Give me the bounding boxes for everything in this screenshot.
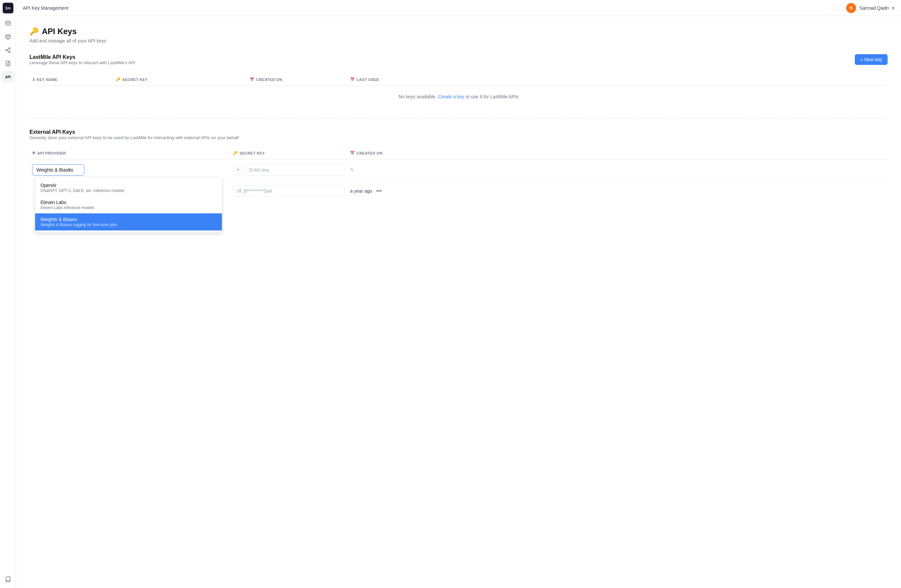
secret-key-cell: ↗ bbox=[230, 163, 348, 177]
lastmile-section-titles: LastMile API Keys Leverage these API key… bbox=[30, 54, 135, 72]
chevron-down-icon[interactable]: ▾ bbox=[892, 5, 894, 11]
col-secret-key: 🔑 SECRET KEY bbox=[113, 76, 247, 83]
empty-state: No keys available. Create a key to use i… bbox=[30, 86, 888, 107]
svg-line-5 bbox=[7, 49, 9, 50]
sidebar-item-api[interactable]: API bbox=[2, 71, 14, 83]
col-api-provider: ⚙ API PROVIDER bbox=[30, 149, 230, 157]
section-divider bbox=[30, 118, 888, 118]
secret-key-input[interactable] bbox=[245, 164, 345, 176]
user-name: Sarmad Qadri bbox=[859, 5, 889, 11]
sidebar: 1m bbox=[0, 0, 16, 588]
sidebar-bottom bbox=[2, 573, 14, 585]
created-time: a year ago bbox=[350, 188, 372, 194]
secret-col-icon: 🔑 bbox=[116, 77, 121, 82]
col-created-on: 📅 CREATED ON bbox=[247, 76, 348, 83]
external-section: External API Keys Securely store your ex… bbox=[30, 129, 888, 201]
dropdown-item-weights[interactable]: Weights & Biases Weights & Biases loggin… bbox=[35, 213, 222, 230]
page-content: 🔑 API Keys Add and manage all of your AP… bbox=[16, 16, 901, 588]
existing-created-cell: a year ago ••• bbox=[348, 187, 888, 195]
created-cell: a year ago ••• bbox=[350, 188, 885, 194]
svg-point-0 bbox=[6, 21, 10, 23]
lastmile-table-header: ⚷ KEY NAME 🔑 SECRET KEY 📅 CREATED ON 📅 L… bbox=[30, 73, 888, 86]
sidebar-item-database[interactable] bbox=[2, 17, 14, 30]
svg-point-2 bbox=[6, 50, 7, 51]
provider-cell: Weights & Biases OpenAI Eleven Labs ⇅ Op… bbox=[30, 163, 230, 177]
lastmile-section-desc: Leverage these API keys to interact with… bbox=[30, 60, 135, 65]
secret2-col-icon: 🔑 bbox=[233, 151, 238, 155]
provider-select[interactable]: Weights & Biases OpenAI Eleven Labs bbox=[32, 164, 84, 176]
dropdown-item-openai[interactable]: OpenAI ChatGPT, GPT-3, Dall-E, etc. infe… bbox=[35, 179, 222, 196]
sidebar-item-share[interactable] bbox=[2, 44, 14, 56]
provider-col-icon: ⚙ bbox=[32, 151, 36, 155]
external-active-row: Weights & Biases OpenAI Eleven Labs ⇅ Op… bbox=[30, 160, 888, 180]
create-key-link[interactable]: Create a key bbox=[438, 94, 464, 100]
topbar-title: API Key Management bbox=[23, 5, 68, 11]
book-icon[interactable] bbox=[2, 573, 14, 585]
col-key-name: ⚷ KEY NAME bbox=[30, 76, 113, 83]
col-last-used: 📅 LAST USED bbox=[348, 76, 888, 83]
provider-dropdown-menu: OpenAI ChatGPT, GPT-3, Dall-E, etc. infe… bbox=[35, 177, 222, 233]
page-header: 🔑 API Keys bbox=[30, 27, 888, 36]
external-section-title: External API Keys bbox=[30, 129, 888, 135]
existing-secret-cell bbox=[230, 184, 348, 198]
col-created-on-ext: 📅 CREATED ON bbox=[348, 149, 888, 157]
actions-cell: ✎ bbox=[348, 166, 888, 174]
new-key-button[interactable]: + New key bbox=[855, 54, 888, 65]
external-link-icon2[interactable]: ↗ bbox=[233, 165, 242, 174]
more-options-icon[interactable]: ••• bbox=[376, 188, 382, 194]
sidebar-item-cube[interactable] bbox=[2, 31, 14, 43]
created2-col-icon: 📅 bbox=[350, 151, 355, 155]
lastmile-section-title: LastMile API Keys bbox=[30, 54, 135, 60]
main-content: API Key Management S Sarmad Qadri ▾ 🔑 AP… bbox=[16, 0, 901, 588]
lastused-col-icon: 📅 bbox=[350, 77, 355, 82]
external-table-header: ⚙ API PROVIDER 🔑 SECRET KEY 📅 CREATED ON bbox=[30, 147, 888, 160]
app-logo[interactable]: 1m bbox=[3, 3, 13, 13]
topbar-divider bbox=[842, 5, 843, 11]
topbar-right: S Sarmad Qadri ▾ bbox=[842, 3, 894, 13]
existing-secret-input[interactable] bbox=[233, 185, 345, 197]
svg-point-3 bbox=[9, 51, 10, 53]
external-section-desc: Securely store your external API keys to… bbox=[30, 135, 888, 140]
edit-icon[interactable]: ✎ bbox=[350, 167, 354, 173]
dropdown-item-elevenlabs[interactable]: Eleven Labs Eleven Labs inference models bbox=[35, 196, 222, 213]
sidebar-item-file[interactable] bbox=[2, 58, 14, 70]
provider-select-wrapper: Weights & Biases OpenAI Eleven Labs ⇅ Op… bbox=[32, 164, 84, 176]
lastmile-section: LastMile API Keys Leverage these API key… bbox=[30, 54, 888, 107]
key-col-icon: ⚷ bbox=[32, 77, 35, 82]
topbar: API Key Management S Sarmad Qadri ▾ bbox=[16, 0, 901, 16]
lastmile-section-header: LastMile API Keys Leverage these API key… bbox=[30, 54, 888, 72]
svg-point-1 bbox=[9, 48, 10, 50]
key-icon: 🔑 bbox=[30, 27, 39, 36]
page-title: API Keys bbox=[42, 27, 76, 36]
page-subtitle: Add and manage all of your API keys bbox=[30, 38, 888, 44]
svg-line-4 bbox=[7, 50, 9, 51]
col-secret-key-ext: 🔑 SECRET KEY bbox=[230, 149, 348, 157]
created-col-icon: 📅 bbox=[250, 77, 255, 82]
avatar: S bbox=[846, 3, 856, 13]
